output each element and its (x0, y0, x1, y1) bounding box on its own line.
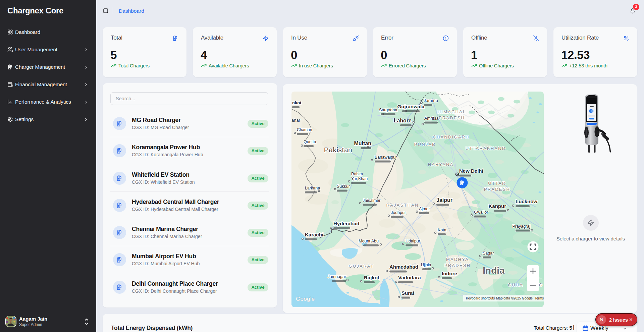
svg-text:Lucknow: Lucknow (516, 199, 537, 204)
svg-text:Keyboard shortcuts: Keyboard shortcuts (466, 296, 495, 300)
svg-text:Gujranwala: Gujranwala (397, 104, 425, 109)
svg-text:CHHA: CHHA (508, 282, 523, 287)
svg-text:Lahore: Lahore (394, 118, 412, 123)
svg-text:HARYANA: HARYANA (428, 162, 453, 167)
svg-text:New Delhi: New Delhi (459, 168, 483, 174)
svg-text:Karachi: Karachi (305, 232, 323, 237)
svg-text:G: G (539, 282, 543, 287)
svg-text:Quetta: Quetta (304, 140, 316, 144)
svg-text:Udaipur: Udaipur (406, 239, 420, 243)
svg-text:Ujjain: Ujjain (421, 263, 431, 267)
svg-text:Sagar: Sagar (483, 251, 494, 256)
svg-text:Multan: Multan (354, 141, 371, 146)
svg-text:Pakistan: Pakistan (324, 146, 353, 154)
svg-text:GUJARAT: GUJARAT (348, 264, 374, 269)
svg-text:Terms: Terms (535, 296, 544, 300)
svg-text:Sargodha: Sargodha (379, 108, 397, 112)
svg-text:PRADESH: PRADESH (444, 263, 471, 268)
svg-text:Jaisalmer: Jaisalmer (363, 198, 381, 203)
svg-text:Rajkot: Rajkot (364, 275, 379, 280)
svg-text:nkot: nkot (292, 100, 302, 105)
svg-text:Mount Abu: Mount Abu (359, 239, 379, 243)
svg-text:Google: Google (296, 296, 315, 302)
svg-text:Sukkur: Sukkur (337, 184, 350, 189)
svg-text:RAJASTHAN: RAJASTHAN (386, 203, 419, 208)
svg-text:Jammu: Jammu (424, 98, 438, 103)
svg-text:PRADESH: PRADESH (439, 115, 465, 120)
svg-text:Rahim: Rahim (351, 172, 363, 176)
svg-text:Indore: Indore (442, 271, 457, 276)
svg-text:Surat: Surat (401, 290, 414, 296)
svg-text:Ahmedabad: Ahmedabad (389, 264, 418, 270)
svg-text:PRADESH: PRADESH (484, 187, 510, 192)
svg-text:Jodhpur: Jodhpur (391, 210, 406, 215)
svg-text:UTTAR: UTTAR (488, 181, 506, 186)
svg-text:Hyderabad: Hyderabad (333, 221, 360, 226)
svg-text:Kota: Kota (438, 228, 446, 232)
svg-text:Yar Khan: Yar Khan (351, 176, 368, 181)
svg-text:Gwalior: Gwalior (474, 210, 488, 215)
svg-text:ahar: ahar (291, 118, 301, 123)
svg-text:Jamnagar: Jamnagar (327, 274, 346, 279)
svg-text:Vadodara: Vadodara (398, 275, 421, 280)
svg-text:PUNJAB: PUNJAB (414, 142, 436, 147)
svg-text:UTTARAKHAND: UTTARAKHAND (466, 146, 506, 151)
svg-text:Jaipur: Jaipur (436, 197, 452, 203)
svg-text:MADHYA: MADHYA (446, 257, 469, 262)
svg-text:HIMACHAL: HIMACHAL (438, 109, 466, 114)
svg-text:Kanpur: Kanpur (489, 203, 506, 209)
svg-text:Amritsar: Amritsar (424, 116, 440, 121)
svg-text:Larkana: Larkana (305, 186, 320, 190)
svg-text:India: India (483, 266, 505, 276)
svg-text:CHANDIGARH: CHANDIGARH (433, 134, 469, 140)
svg-text:Map data ©2025 Google: Map data ©2025 Google (496, 296, 533, 300)
svg-text:Chaman: Chaman (297, 127, 312, 132)
svg-text:Bahawalpur: Bahawalpur (375, 155, 397, 160)
svg-text:Ajmer: Ajmer (419, 207, 430, 211)
svg-text:Prayagraj: Prayagraj (513, 224, 531, 229)
